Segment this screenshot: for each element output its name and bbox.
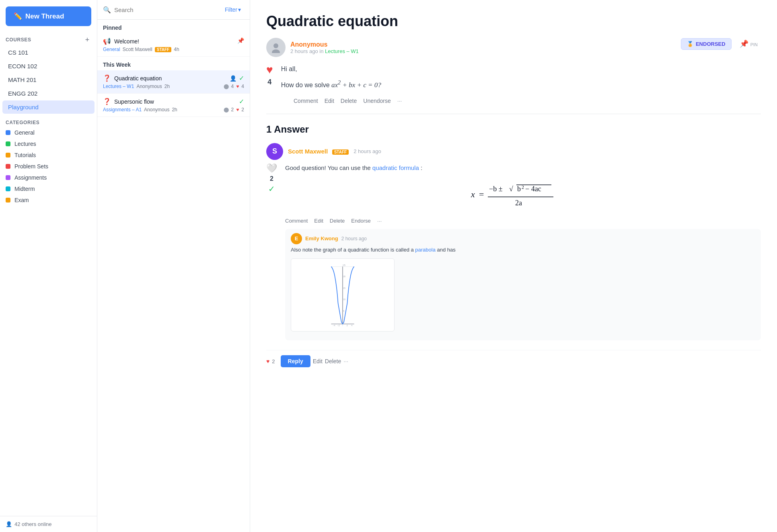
new-thread-button[interactable]: ✏️ New Thread [6, 6, 91, 26]
sidebar-item-assignments[interactable]: Assignments [0, 172, 97, 183]
pin-icon-btn: 📌 [740, 40, 748, 48]
answer-header: S Scott Maxwell STAFF 2 hours ago [266, 143, 761, 160]
comment-header: E Emily Kwong 2 hours ago [291, 233, 755, 244]
answer-time: 2 hours ago [354, 148, 381, 154]
this-week-section-label: This Week [97, 57, 250, 70]
answer-content: Good question! You can use the quadratic… [285, 163, 761, 341]
answer-more-actions[interactable]: ··· [377, 218, 382, 224]
thread-category-quadratic: Lectures – W1 [103, 84, 134, 89]
formula-block: x = −b ± √ b 2 − 4ac [285, 179, 761, 211]
answer-heart-button[interactable]: 🤍 [266, 163, 277, 174]
svg-text:− 4ac: − 4ac [525, 185, 541, 193]
thread-category-supersonic: Assignments – A1 [103, 107, 142, 113]
post-body: ♥ 4 Hi all, How do we solve ax2 + bx + c… [266, 63, 761, 91]
sidebar-item-econ102[interactable]: ECON 102 [2, 59, 95, 73]
post-author-details: Anonymous 2 hours ago in Lectures – W1 [290, 41, 359, 54]
category-list: General Lectures Tutorials Problem Sets … [0, 127, 97, 206]
sidebar-item-problem-sets[interactable]: Problem Sets [0, 161, 97, 172]
thread-title-supersonic: Supersonic flow [114, 98, 154, 105]
endorsed-badge[interactable]: 🏅 ENDORSED [681, 38, 732, 50]
avatar-emily: E [291, 233, 302, 244]
thread-stats-supersonic: ⬤ 2 ♥ 2 [224, 107, 245, 113]
answer-delete-action[interactable]: Delete [330, 218, 345, 224]
thread-item-welcome[interactable]: 📢 Welcome! 📌 General Scott Maxwell STAFF… [97, 33, 250, 57]
exam-label: Exam [14, 197, 29, 203]
assignments-dot [6, 175, 10, 180]
bottom-bar: ♥ 2 Reply Edit Delete ··· [266, 350, 761, 367]
answer-vote-col: 🤍 2 ✓ [266, 163, 277, 341]
parabola-link[interactable]: parabola [415, 247, 436, 253]
post-greeting: Hi all, [281, 63, 761, 74]
more-actions[interactable]: ··· [397, 98, 402, 104]
comment-time: 2 hours ago [341, 236, 367, 241]
comment-action[interactable]: Comment [294, 98, 318, 104]
heart-button[interactable]: ♥ [266, 63, 273, 76]
svg-text:2a: 2a [515, 199, 522, 207]
sidebar-item-playground[interactable]: Playground [2, 100, 95, 114]
anon-person-svg [270, 42, 282, 53]
sidebar-item-general[interactable]: General [0, 127, 97, 138]
problem-sets-label: Problem Sets [14, 163, 48, 170]
unendorse-action[interactable]: Unendorse [363, 98, 391, 104]
svg-text:25: 25 [343, 264, 345, 266]
general-dot [6, 130, 10, 135]
announcement-icon: 📢 [103, 37, 111, 45]
edit-action[interactable]: Edit [325, 98, 334, 104]
sidebar-item-lectures[interactable]: Lectures [0, 138, 97, 149]
sidebar-item-tutorials[interactable]: Tutorials [0, 149, 97, 161]
course-list: CS 101 ECON 102 MATH 201 ENGG 202 Playgr… [0, 45, 97, 114]
question-icon-supersonic: ❓ [103, 98, 111, 105]
pin-button[interactable]: 📌 PIN [736, 38, 761, 50]
thread-category-welcome: General [103, 47, 120, 52]
answer-text: Good question! You can use the quadratic… [285, 163, 761, 173]
quadratic-formula-svg: x = −b ± √ b 2 − 4ac [463, 179, 584, 211]
post-author-info: Anonymous 2 hours ago in Lectures – W1 [266, 38, 359, 57]
staff-badge-welcome: STAFF [155, 47, 171, 52]
more-bottom-actions[interactable]: ··· [343, 358, 348, 364]
search-bar: 🔍 Filter ▾ [97, 0, 250, 20]
answer-author-details: Scott Maxwell STAFF [288, 148, 349, 155]
filter-button[interactable]: Filter ▾ [222, 5, 244, 14]
sidebar-item-math201[interactable]: MATH 201 [2, 73, 95, 86]
post-category-link[interactable]: Lectures – W1 [325, 48, 359, 54]
answer-endorse-action[interactable]: Endorse [351, 218, 370, 224]
delete-bottom-action[interactable]: Delete [325, 358, 341, 364]
answer-edit-action[interactable]: Edit [314, 218, 323, 224]
pin-icon: 📌 [237, 37, 244, 44]
search-icon: 🔍 [103, 6, 111, 14]
midterm-label: Midterm [14, 186, 35, 192]
thread-meta-welcome: General Scott Maxwell STAFF 4h [103, 47, 244, 52]
reply-button[interactable]: Reply [281, 355, 310, 367]
thread-title-welcome: Welcome! [114, 38, 139, 45]
answer-body: 🤍 2 ✓ Good question! You can use the qua… [266, 163, 761, 341]
avatar-anon [266, 38, 286, 57]
pencil-icon: ✏️ [14, 12, 22, 20]
sidebar-item-midterm[interactable]: Midterm [0, 183, 97, 194]
quadratic-formula-link[interactable]: quadratic formula [372, 164, 419, 171]
svg-text:2: 2 [522, 184, 524, 190]
reaction-bar: ♥ 2 Reply Edit Delete ··· [266, 355, 348, 367]
avatar-scott: S [266, 143, 283, 160]
answer-comment-action[interactable]: Comment [285, 218, 308, 224]
exam-dot [6, 198, 10, 203]
sidebar-item-cs101[interactable]: CS 101 [2, 46, 95, 59]
sidebar-item-exam[interactable]: Exam [0, 194, 97, 206]
sidebar-item-engg202[interactable]: ENGG 202 [2, 87, 95, 100]
delete-action[interactable]: Delete [341, 98, 357, 104]
thread-item-quadratic[interactable]: ❓ Quadratic equation 👤 ✓ Lectures – W1 A… [97, 70, 250, 94]
thread-item-supersonic[interactable]: ❓ Supersonic flow ✓ Assignments – A1 Ano… [97, 94, 250, 117]
add-course-button[interactable]: + [83, 36, 91, 44]
search-input[interactable] [114, 6, 218, 13]
svg-text:20: 20 [343, 276, 345, 278]
answer-check-button[interactable]: ✓ [268, 184, 275, 194]
svg-point-1 [272, 49, 280, 53]
post-time-location: 2 hours ago in Lectures – W1 [290, 48, 359, 54]
comment-text: Also note the graph of a quadratic funct… [291, 246, 755, 254]
lectures-dot [6, 141, 10, 146]
math-equation: ax2 + bx + c = 0? [331, 81, 381, 89]
edit-bottom-action[interactable]: Edit [313, 358, 323, 364]
svg-text:b: b [517, 185, 521, 193]
tutorials-dot [6, 153, 10, 158]
reaction-heart-icon[interactable]: ♥ [266, 358, 269, 364]
lectures-label: Lectures [14, 141, 36, 147]
